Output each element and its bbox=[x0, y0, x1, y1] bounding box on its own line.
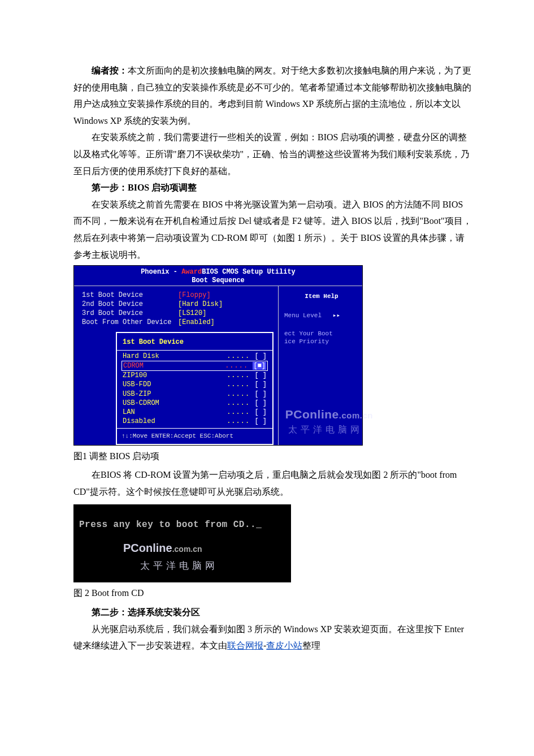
menu-level: Menu Level ▸▸ bbox=[284, 310, 359, 321]
intro-paragraph-2: 在安装系统之前，我们需要进行一些相关的设置，例如：BIOS 启动项的调整，硬盘分… bbox=[73, 129, 472, 179]
popup-usbzip: USB-ZIP..... [ ] bbox=[123, 390, 267, 399]
editor-note-label: 编者按： bbox=[92, 66, 128, 75]
bios-title-line2: Boot Sequence bbox=[74, 277, 362, 284]
bios-title-line1: Phoenix - AwardBIOS CMOS Setup Utility bbox=[74, 268, 362, 276]
link-lianhe[interactable]: 联合网报 bbox=[227, 641, 263, 650]
bios-title-award: Award bbox=[181, 268, 202, 276]
step2-title: 第二步：选择系统安装分区 bbox=[73, 604, 472, 621]
popup-disabled: Disabled..... [ ] bbox=[123, 417, 267, 426]
step1-paragraph: 在安装系统之前首先需要在 BIOS 中将光驱设置为第一启动项。进入 BIOS 的… bbox=[73, 196, 472, 263]
help-title: Item Help bbox=[284, 291, 359, 302]
bios-title-phoenix: Phoenix - bbox=[141, 268, 181, 276]
bios-popup: 1st Boot Device Hard Disk..... [ ] CDROM… bbox=[116, 332, 273, 445]
popup-hint: ↑↓:Move ENTER:Accept ESC:Abort bbox=[117, 428, 272, 443]
figure1-caption: 图1 调整 BIOS 启动项 bbox=[73, 448, 472, 465]
popup-lan: LAN..... [ ] bbox=[123, 408, 267, 417]
step2-paragraph: 从光驱启动系统后，我们就会看到如图 3 所示的 Windows XP 安装欢迎页… bbox=[73, 621, 472, 654]
bios-item-2nd: 2nd Boot Device [Hard Disk] bbox=[82, 300, 273, 309]
popup-harddisk: Hard Disk..... [ ] bbox=[123, 352, 267, 361]
bootcd-screenshot: Press any key to boot from CD.._ PConlin… bbox=[73, 504, 291, 582]
popup-usbcdrom: USB-CDROM..... [ ] bbox=[123, 399, 267, 408]
bios-title-rest: BIOS CMOS Setup Utility bbox=[202, 268, 296, 276]
popup-usbfdd: USB-FDD..... [ ] bbox=[123, 380, 267, 389]
watermark-cn: 太平洋电脑网 bbox=[288, 421, 363, 438]
link-chapi[interactable]: 查皮小站 bbox=[266, 641, 302, 650]
bios-value-floppy: [Floppy] bbox=[178, 291, 211, 300]
figure2-caption: 图 2 Boot from CD bbox=[73, 585, 472, 602]
bios-left-panel: 1st Boot Device [Floppy] 2nd Boot Device… bbox=[74, 286, 278, 445]
popup-zip100: ZIP100..... [ ] bbox=[123, 371, 267, 380]
intro-paragraph-1: 编者按：本文所面向的是初次接触电脑的网友。对于绝大多数初次接触电脑的用户来说，为… bbox=[73, 62, 472, 129]
bios-item-1st: 1st Boot Device [Floppy] bbox=[82, 291, 273, 300]
bootcd-watermark2: 太平洋电脑网 bbox=[140, 557, 218, 574]
bootcd-watermark1: PConline.com.cn bbox=[123, 538, 202, 559]
popup-list: Hard Disk..... [ ] CDROM..... [■] ZIP100… bbox=[117, 351, 272, 429]
bios-item-3rd: 3rd Boot Device [LS120] bbox=[82, 309, 273, 318]
step1-title: 第一步：BIOS 启动项调整 bbox=[73, 179, 472, 196]
bios-screenshot: Phoenix - AwardBIOS CMOS Setup Utility B… bbox=[73, 265, 363, 446]
popup-cdrom: CDROM..... [■] bbox=[121, 361, 268, 371]
document-page: 编者按：本文所面向的是初次接触电脑的网友。对于绝大多数初次接触电脑的用户来说，为… bbox=[0, 0, 534, 756]
bootcd-prompt: Press any key to boot from CD.._ bbox=[79, 517, 262, 534]
bios-header: Phoenix - AwardBIOS CMOS Setup Utility B… bbox=[74, 266, 362, 286]
help-desc: ect Your Boot ice Priority bbox=[284, 330, 359, 346]
intro-text-1: 本文所面向的是初次接触电脑的网友。对于绝大多数初次接触电脑的用户来说，为了更好的… bbox=[73, 66, 471, 126]
popup-title: 1st Boot Device bbox=[117, 333, 272, 350]
bios-body: 1st Boot Device [Floppy] 2nd Boot Device… bbox=[74, 286, 362, 445]
bios-item-other: Boot From Other Device [Enabled] bbox=[82, 318, 273, 327]
paragraph-after-fig1: 在BIOS 将 CD-ROM 设置为第一启动项之后，重启电脑之后就会发现如图 2… bbox=[73, 466, 472, 500]
